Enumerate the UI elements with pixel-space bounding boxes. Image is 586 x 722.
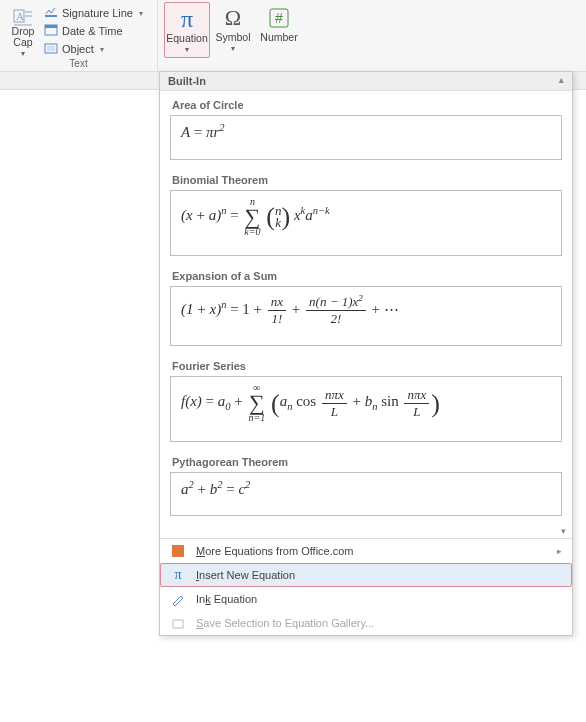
- calendar-icon: [44, 23, 58, 39]
- drop-cap-label: Drop Cap: [12, 26, 35, 48]
- gallery-header-label: Built-In: [168, 75, 206, 87]
- equation-title: Expansion of a Sum: [172, 270, 562, 282]
- signature-line-button[interactable]: Signature Line ▾: [40, 4, 147, 22]
- svg-rect-7: [45, 25, 57, 28]
- object-button[interactable]: Object ▾: [40, 40, 147, 58]
- equation-label: Equation: [166, 33, 207, 44]
- svg-rect-9: [47, 46, 55, 51]
- gallery-item-pythagorean[interactable]: Pythagorean Theorem a2 + b2 = c2: [170, 456, 562, 516]
- drop-cap-icon: A: [13, 4, 33, 26]
- equation-preview: (x + a)n = n∑k=0 (nk) xkan−k: [170, 190, 562, 256]
- number-button[interactable]: # Number: [256, 2, 302, 58]
- equation-title: Binomial Theorem: [172, 174, 562, 186]
- equation-title: Pythagorean Theorem: [172, 456, 562, 468]
- menu-label-text: nsert New Equation: [199, 569, 295, 581]
- scroll-down-icon[interactable]: ▾: [160, 526, 572, 538]
- office-icon: [170, 543, 186, 559]
- equation-title: Area of Circle: [172, 99, 562, 111]
- object-label: Object: [62, 43, 94, 55]
- menu-save-selection: Save Selection to Equation Gallery...: [160, 611, 572, 635]
- menu-label-text: Equation: [211, 593, 257, 605]
- group-label-text: Text: [6, 58, 151, 71]
- signature-line-icon: [44, 5, 58, 21]
- pi-icon: π: [170, 567, 186, 583]
- equation-gallery: Built-In ▴ Area of Circle A = πr2 Binomi…: [159, 71, 573, 636]
- gallery-header: Built-In ▴: [160, 72, 572, 91]
- dropdown-arrow-icon: ▾: [139, 9, 143, 18]
- scroll-up-icon[interactable]: ▴: [559, 75, 564, 87]
- menu-ink-equation[interactable]: Ink Equation: [160, 587, 572, 611]
- gallery-item-area-circle[interactable]: Area of Circle A = πr2: [170, 99, 562, 160]
- gallery-item-binomial[interactable]: Binomial Theorem (x + a)n = n∑k=0 (nk) x…: [170, 174, 562, 256]
- dropdown-arrow-icon: ▾: [185, 45, 189, 54]
- gallery-body: Area of Circle A = πr2 Binomial Theorem …: [160, 91, 572, 526]
- equation-preview: A = πr2: [170, 115, 562, 160]
- save-gallery-icon: [170, 615, 186, 631]
- equation-preview: a2 + b2 = c2: [170, 472, 562, 516]
- gallery-item-fourier[interactable]: Fourier Series f(x) = a0 + ∞∑n=1 (an cos…: [170, 360, 562, 442]
- number-label: Number: [260, 32, 297, 43]
- dropdown-arrow-icon: ▾: [100, 45, 104, 54]
- svg-text:A: A: [16, 10, 24, 22]
- date-time-label: Date & Time: [62, 25, 123, 37]
- pi-icon: π: [181, 5, 193, 33]
- ribbon-group-symbols: π Equation ▾ Ω Symbol ▾ # Number: [158, 0, 328, 71]
- dropdown-arrow-icon: ▾: [21, 49, 25, 58]
- date-time-button[interactable]: Date & Time: [40, 22, 147, 40]
- object-icon: [44, 41, 58, 57]
- equation-preview: f(x) = a0 + ∞∑n=1 (an cos nπxL + bn sin …: [170, 376, 562, 442]
- signature-line-label: Signature Line: [62, 7, 133, 19]
- menu-label-text: ore Equations from Office.com: [205, 545, 353, 557]
- svg-rect-5: [45, 15, 57, 17]
- ink-icon: [170, 591, 186, 607]
- number-icon: #: [268, 4, 290, 32]
- drop-cap-button[interactable]: A Drop Cap ▾: [6, 2, 40, 58]
- submenu-arrow-icon: ▸: [557, 546, 562, 556]
- dropdown-arrow-icon: ▾: [231, 44, 235, 53]
- symbol-button[interactable]: Ω Symbol ▾: [210, 2, 256, 58]
- svg-rect-12: [172, 545, 184, 557]
- omega-icon: Ω: [225, 4, 241, 32]
- symbol-label: Symbol: [215, 32, 250, 43]
- ribbon: A Drop Cap ▾ Signature Line ▾ Date & Tim…: [0, 0, 586, 72]
- menu-label-text: ave Selection to Equation Gallery...: [203, 617, 374, 629]
- equation-title: Fourier Series: [172, 360, 562, 372]
- menu-insert-new-equation[interactable]: π Insert New Equation: [160, 563, 572, 587]
- svg-text:#: #: [275, 10, 283, 26]
- ribbon-group-text: A Drop Cap ▾ Signature Line ▾ Date & Tim…: [0, 0, 158, 71]
- equation-preview: (1 + x)n = 1 + nx1! + n(n − 1)x22! + ⋯: [170, 286, 562, 346]
- svg-rect-13: [173, 620, 183, 628]
- menu-more-equations[interactable]: More Equations from Office.com ▸: [160, 539, 572, 563]
- equation-button[interactable]: π Equation ▾: [164, 2, 210, 58]
- gallery-footer: More Equations from Office.com ▸ π Inser…: [160, 538, 572, 635]
- gallery-item-expansion[interactable]: Expansion of a Sum (1 + x)n = 1 + nx1! +…: [170, 270, 562, 346]
